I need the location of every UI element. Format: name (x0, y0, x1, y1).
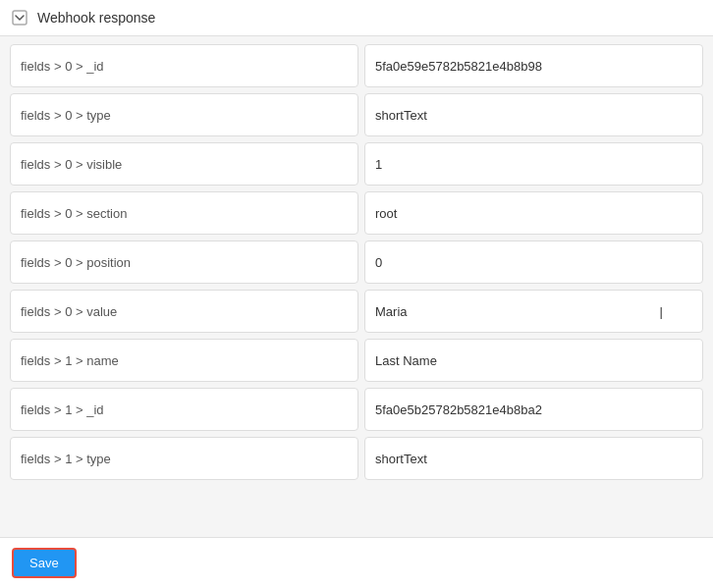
field-label: fields > 0 > _id (10, 44, 358, 87)
field-value[interactable]: 0 (364, 241, 703, 284)
table-row: fields > 0 > _id5fa0e59e5782b5821e4b8b98 (10, 44, 703, 87)
field-label: fields > 0 > position (10, 241, 358, 284)
table-row: fields > 1 > nameLast Name (10, 339, 703, 382)
table-row: fields > 0 > typeshortText (10, 93, 703, 136)
table-row: fields > 1 > typeshortText (10, 437, 703, 480)
field-value[interactable]: root (364, 191, 703, 235)
field-label: fields > 1 > type (10, 437, 358, 480)
field-value[interactable]: 5fa0e59e5782b5821e4b8b98 (364, 44, 703, 87)
field-label: fields > 1 > name (10, 339, 358, 382)
field-value[interactable]: 1 (364, 142, 703, 186)
field-label: fields > 0 > value (10, 290, 358, 333)
chevron-down-icon[interactable] (10, 8, 29, 27)
field-label: fields > 0 > section (10, 191, 358, 235)
svg-rect-0 (13, 11, 27, 25)
save-button[interactable]: Save (12, 548, 77, 578)
header-title: Webhook response (37, 10, 155, 26)
field-value[interactable]: Last Name (364, 339, 703, 382)
footer: Save (0, 537, 713, 588)
table-row: fields > 0 > visible1 (10, 142, 703, 186)
table-row: fields > 1 > _id5fa0e5b25782b5821e4b8ba2 (10, 388, 703, 431)
field-value[interactable]: Maria (364, 290, 703, 333)
table-row: fields > 0 > sectionroot (10, 191, 703, 235)
field-value[interactable]: shortText (364, 93, 703, 136)
field-value[interactable]: 5fa0e5b25782b5821e4b8ba2 (364, 388, 703, 431)
content-area: fields > 0 > _id5fa0e59e5782b5821e4b8b98… (0, 36, 713, 537)
field-label: fields > 0 > type (10, 93, 358, 136)
main-container: Webhook response fields > 0 > _id5fa0e59… (0, 0, 713, 588)
field-value[interactable]: shortText (364, 437, 703, 480)
field-label: fields > 0 > visible (10, 142, 358, 186)
field-label: fields > 1 > _id (10, 388, 358, 431)
table-row: fields > 0 > position0 (10, 241, 703, 284)
header: Webhook response (0, 0, 713, 36)
table-row: fields > 0 > valueMaria (10, 290, 703, 333)
